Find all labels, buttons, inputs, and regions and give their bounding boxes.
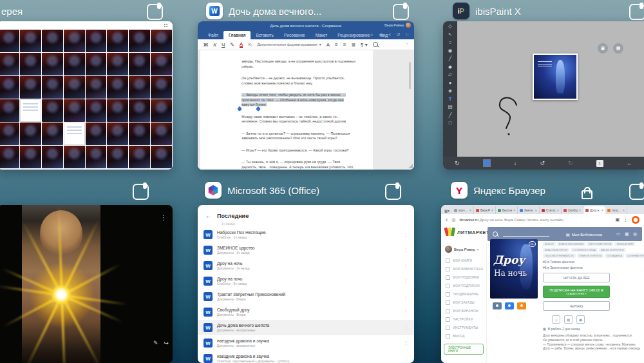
site-permissions-icon[interactable]: ◎ <box>451 217 455 222</box>
ibis-tool-1[interactable]: ◇ <box>448 24 452 29</box>
yandex-app-header[interactable]: Y Яндекс Браузер <box>451 182 545 199</box>
genre-tag[interactable]: ТЕМНОЕ ФЭНТЕЗИ <box>577 253 603 258</box>
gallery-thumbnail[interactable] <box>42 53 63 75</box>
gallery-thumbnail[interactable] <box>0 123 19 145</box>
gallery-thumbnail[interactable] <box>86 146 107 168</box>
layers-button[interactable]: 1 <box>596 160 603 167</box>
ibis-tool-12[interactable]: ╱ <box>449 113 452 118</box>
file-list-item[interactable]: WНаброски Пох Неспящие.OneDrive · 1ч наз… <box>198 227 414 242</box>
bold-button[interactable]: Ж <box>204 42 208 48</box>
notifications-icon[interactable]: ◍ <box>633 231 637 237</box>
yandex-split-screen-icon[interactable] <box>629 184 644 200</box>
gallery-thumbnail[interactable] <box>42 30 63 52</box>
gallery-thumbnail[interactable] <box>64 123 85 145</box>
file-list-item[interactable]: Wнаездник дракона и заучкаOneDrive: перс… <box>198 351 414 363</box>
gallery-thumbnail[interactable] <box>151 123 172 145</box>
highlighted-text[interactable]: — Звёзды стоят того, чтобы увидеть их хо… <box>242 93 346 106</box>
ibis-tool-7[interactable]: ▱ <box>448 72 452 77</box>
bullet-list-button[interactable]: ≡ <box>335 42 338 48</box>
file-overflow-menu-icon[interactable]: ⋮ <box>404 325 408 330</box>
genre-tag[interactable]: ВЫБОР <box>543 242 556 246</box>
site-search-input[interactable] <box>503 236 549 237</box>
sidebar-item[interactable]: ПРОДВИЖЕНИЕ <box>441 290 486 299</box>
word-account[interactable]: Вера Ривер <box>384 23 411 28</box>
alice-assistant-icon[interactable] <box>632 216 639 224</box>
sidebar-item[interactable]: НАСТРОЙКИ <box>441 315 486 324</box>
tab-close-icon[interactable]: × <box>513 208 515 212</box>
gallery-thumbnail[interactable] <box>107 123 128 145</box>
gallery-thumbnail[interactable] <box>20 146 41 168</box>
ibis-window[interactable]: ◇↖○◉╱◆▱●◈T▤╱□ ▣ ▦ ↻ ↓ ↺ ↻ 1 ← <box>443 21 644 170</box>
gallery-thumbnail[interactable] <box>151 99 172 122</box>
tab-close-icon[interactable]: × <box>469 208 471 212</box>
file-overflow-menu-icon[interactable]: ⋮ <box>404 279 408 284</box>
genre-tag[interactable]: ВЛАСТНЫЙ ГЕРОЙ <box>543 248 569 252</box>
gallery-thumbnail[interactable] <box>20 30 41 52</box>
file-overflow-menu-icon[interactable]: ⋮ <box>404 340 408 346</box>
browser-tab-2[interactable]: Вера Рив...× <box>474 206 496 214</box>
gallery-thumbnail[interactable] <box>64 99 85 122</box>
browser-tab-7[interactable]: Дроу н...× <box>583 206 605 214</box>
sidebar-item[interactable]: МОИ КНИГИ <box>441 257 486 265</box>
file-list-item[interactable]: WЗМЕИНОЕ царствоДокументы · 3ч назад⋮ <box>198 242 414 258</box>
sidebar-item[interactable]: ВЫХОД <box>441 332 486 340</box>
viewer-photo[interactable] <box>22 205 100 363</box>
sidebar-item[interactable]: МОИ ЗАКАЗЫ <box>441 299 486 307</box>
gallery-thumbnail[interactable] <box>64 146 85 168</box>
brush-settings-icon[interactable]: ↻ <box>455 160 460 166</box>
gallery-thumbnail[interactable] <box>129 53 150 75</box>
ribbon-tab-5[interactable]: Макет <box>310 31 332 39</box>
collapse-ribbon-icon[interactable]: ⌃ <box>406 43 408 46</box>
gift-icon[interactable]: ◇ <box>552 315 560 324</box>
gallery-thumbnail[interactable] <box>42 99 63 122</box>
gallery-thumbnail[interactable] <box>86 76 107 99</box>
gallery-thumbnail[interactable] <box>42 123 63 145</box>
file-overflow-menu-icon[interactable]: ⋮ <box>404 263 408 268</box>
subscript-button[interactable]: X₂ <box>248 43 252 46</box>
ibis-tool-2[interactable]: ↖ <box>448 32 452 37</box>
gallery-thumbnail[interactable] <box>20 53 41 75</box>
back-icon[interactable]: ← <box>627 160 632 166</box>
gallery-thumbnail[interactable] <box>64 53 85 75</box>
ibis-tool-5[interactable]: ╱ <box>449 56 452 61</box>
edit-comment-icon[interactable]: ✎ <box>153 340 158 346</box>
office-app-icon[interactable] <box>205 182 222 199</box>
my-library-link[interactable]: ▤ Моя Библиотека <box>566 232 602 237</box>
messages-icon[interactable]: ▭ <box>616 231 620 237</box>
address-url[interactable]: litmarket.ru Дроу на ночь Вера Ривер Чит… <box>459 218 611 222</box>
comments-icon[interactable]: ▭ <box>379 32 384 37</box>
gallery-thumbnail[interactable] <box>0 99 19 122</box>
selection-handle-right[interactable] <box>256 106 261 112</box>
sidebar-item[interactable]: МОИ ПОДБОРКИ <box>441 273 486 282</box>
litmarket-logo[interactable]: ЛИТМАРКЕТ <box>445 228 489 237</box>
word-page[interactable]: звёзды. Настоящие звёзды, а не отражения… <box>200 50 373 170</box>
more-formatting-dropdown[interactable]: Дополнительное форматирование: ▾ <box>257 43 321 46</box>
gallery-thumbnail[interactable] <box>20 76 41 99</box>
yandex-app-icon[interactable]: Y <box>451 182 468 199</box>
file-list-item[interactable]: WДочь дома вечного шепотаДокументы · вос… <box>198 320 414 335</box>
genre-tag[interactable]: ЖЕСТОКИЙ ГЕРОЙ <box>587 242 613 246</box>
tab-close-icon[interactable]: × <box>601 208 603 212</box>
gallery-thumbnail[interactable] <box>129 123 150 145</box>
gallery-thumbnail[interactable] <box>86 123 107 145</box>
gallery-thumbnail[interactable] <box>64 30 85 52</box>
ribbon-tab-4[interactable]: Рисование <box>279 31 310 39</box>
ibis-reference-button[interactable]: ▣ <box>598 43 608 54</box>
sidebar-item[interactable]: МОИ ФИНАНСЫ <box>441 307 486 315</box>
vk-share-icon[interactable] <box>493 302 502 309</box>
paragraph-marks-button[interactable]: ¶ ▾ <box>361 42 368 48</box>
book-cover[interactable]: Дроу На ночь 18+ <box>490 239 538 299</box>
ibis-materials-button[interactable]: ▦ <box>613 43 623 54</box>
tab-close-icon[interactable]: × <box>491 208 493 212</box>
gallery-split-screen-icon[interactable] <box>147 4 163 20</box>
color-swatch[interactable] <box>483 159 491 167</box>
word-scrollbar[interactable] <box>409 62 411 89</box>
subscribe-button[interactable]: ПОДПИСКА НА КНИГУ 149,00 ₽ СКАЧАТЬ КНИГУ <box>543 286 610 298</box>
site-search-icon[interactable] <box>493 231 498 237</box>
genre-tag[interactable]: ЛЮБОВЬ И НЕНАВИСТЬ <box>543 253 576 258</box>
office-app-header[interactable]: Microsoft 365 (Office) <box>205 182 319 199</box>
ibis-app-header[interactable]: iP ibisPaint X <box>453 3 521 19</box>
share-icon[interactable]: < <box>388 32 391 37</box>
gallery-thumbnail[interactable] <box>0 76 19 99</box>
file-overflow-menu-icon[interactable]: ⋮ <box>404 232 408 237</box>
